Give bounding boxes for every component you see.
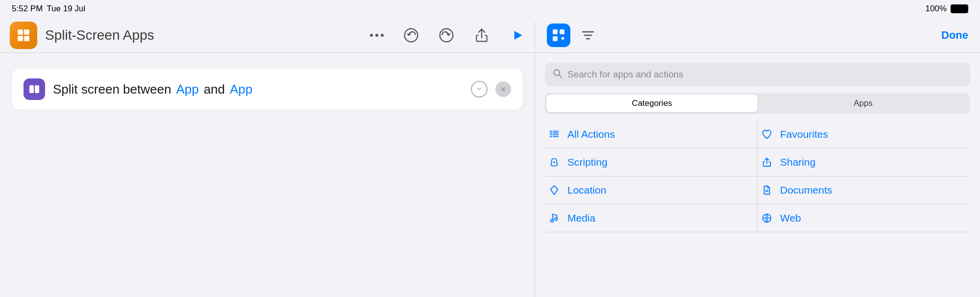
- shortcut-description: Split screen between App and App: [53, 82, 252, 97]
- location-icon: [549, 184, 561, 196]
- svg-rect-1: [24, 29, 29, 35]
- status-bar-right: 100%: [926, 4, 968, 14]
- search-placeholder: Search for apps and actions: [567, 69, 684, 80]
- expand-button[interactable]: [471, 81, 488, 98]
- scripting-label: Scripting: [567, 156, 608, 168]
- web-label: Web: [780, 212, 801, 224]
- search-icon: [553, 69, 563, 80]
- toolbar-actions: [370, 27, 525, 43]
- all-actions-icon: [549, 128, 561, 140]
- right-pane: Search for apps and actions Categories A…: [535, 53, 980, 297]
- shortcut-block: Split screen between App and App: [12, 69, 523, 110]
- category-scripting[interactable]: Scripting: [545, 148, 758, 176]
- done-button[interactable]: Done: [941, 29, 968, 42]
- shortcut-param2[interactable]: App: [230, 82, 252, 97]
- svg-rect-0: [18, 29, 23, 35]
- sharing-label: Sharing: [780, 156, 815, 168]
- right-toolbar-icons: [547, 24, 596, 47]
- svg-point-30: [555, 218, 558, 221]
- sharing-icon: [761, 156, 773, 168]
- svg-rect-2: [18, 36, 23, 41]
- undo-button[interactable]: [403, 27, 419, 43]
- shortcut-actions: [471, 81, 511, 98]
- date: Tue 19 Jul: [47, 4, 85, 14]
- time: 5:52 PM: [12, 4, 43, 14]
- svg-rect-8: [553, 36, 558, 41]
- svg-point-29: [551, 220, 554, 223]
- svg-point-4: [405, 28, 418, 42]
- app-title: Split-Screen Apps: [45, 27, 154, 43]
- add-action-button[interactable]: [547, 24, 570, 47]
- title-bar-left: Split-Screen Apps: [0, 22, 535, 49]
- run-button[interactable]: [509, 27, 525, 43]
- remove-button[interactable]: [495, 81, 511, 97]
- svg-rect-10: [562, 36, 564, 40]
- location-label: Location: [567, 184, 606, 196]
- more-options[interactable]: [370, 34, 384, 37]
- app-icon: [10, 22, 37, 49]
- tab-categories[interactable]: Categories: [546, 95, 758, 112]
- svg-line-17: [559, 75, 562, 77]
- media-label: Media: [567, 212, 595, 224]
- svg-point-5: [440, 28, 453, 42]
- left-pane: Split screen between App and App: [0, 53, 535, 297]
- shortcuts-icon: [16, 27, 31, 43]
- category-all-actions[interactable]: All Actions: [545, 121, 758, 148]
- title-bar-right: Done: [535, 24, 980, 47]
- main-content: Split screen between App and App: [0, 53, 980, 297]
- shortcut-param1[interactable]: App: [176, 82, 198, 97]
- share-button[interactable]: [474, 27, 490, 43]
- category-location[interactable]: Location: [545, 176, 758, 204]
- svg-point-26: [553, 161, 555, 163]
- segmented-control: Categories Apps: [545, 93, 970, 114]
- svg-rect-15: [35, 85, 39, 93]
- category-favourites[interactable]: Favourites: [758, 121, 970, 148]
- shortcut-action-icon: [24, 78, 45, 100]
- category-documents[interactable]: Documents: [758, 176, 970, 204]
- filter-button[interactable]: [580, 27, 596, 43]
- scripting-icon: [549, 156, 561, 168]
- svg-rect-14: [29, 85, 34, 93]
- svg-rect-3: [24, 36, 29, 41]
- documents-label: Documents: [780, 184, 832, 196]
- category-media[interactable]: Media: [545, 204, 758, 232]
- status-bar: 5:52 PM Tue 19 Jul 100%: [0, 0, 980, 18]
- battery-percent: 100%: [926, 4, 947, 14]
- battery-fill: [952, 5, 967, 12]
- web-icon: [761, 212, 773, 224]
- svg-rect-7: [560, 29, 564, 34]
- redo-button[interactable]: [439, 27, 454, 43]
- search-bar[interactable]: Search for apps and actions: [545, 63, 970, 86]
- shortcut-text2: and: [204, 82, 225, 97]
- svg-rect-6: [553, 29, 558, 34]
- favourites-icon: [761, 128, 773, 140]
- categories-grid: All Actions Favourites: [545, 121, 970, 232]
- status-bar-left: 5:52 PM Tue 19 Jul: [12, 4, 85, 14]
- battery-icon: [951, 4, 968, 13]
- title-bar: Split-Screen Apps: [0, 18, 980, 53]
- tab-apps[interactable]: Apps: [758, 95, 969, 112]
- favourites-label: Favourites: [780, 128, 828, 140]
- documents-icon: [761, 184, 773, 196]
- all-actions-label: All Actions: [567, 128, 615, 140]
- category-sharing[interactable]: Sharing: [758, 148, 970, 176]
- category-web[interactable]: Web: [758, 204, 970, 232]
- media-icon: [549, 212, 561, 224]
- shortcut-text1: Split screen between: [53, 82, 171, 97]
